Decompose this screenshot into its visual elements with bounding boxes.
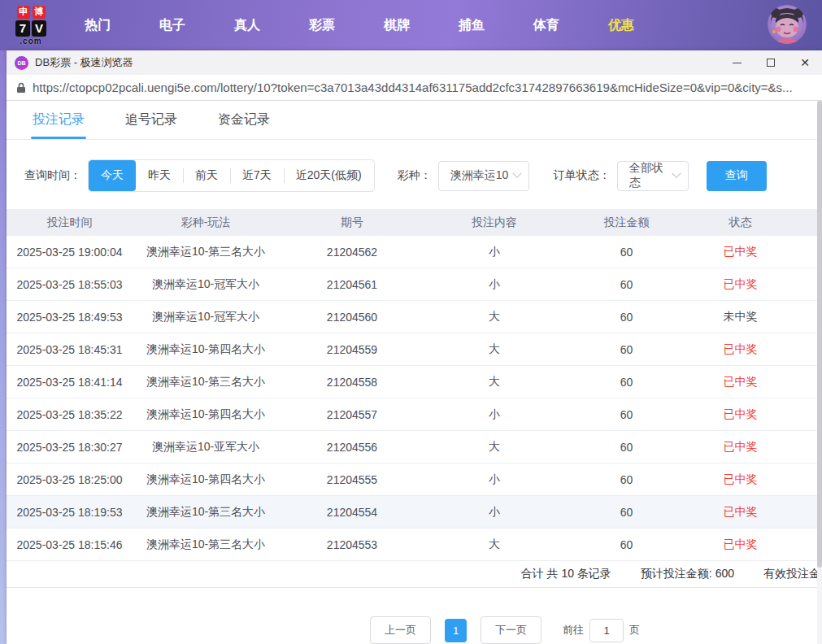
cell-bet-time: 2025-03-25 18:49:53 <box>7 311 133 324</box>
time-range-option[interactable]: 近7天 <box>230 160 284 191</box>
table-row[interactable]: 2025-03-25 18:30:27 澳洲幸运10-亚军大小 21204556… <box>7 431 822 463</box>
minimize-button[interactable] <box>720 50 754 75</box>
nav-item[interactable]: 真人 <box>221 11 273 41</box>
time-range-option[interactable]: 近20天(低频) <box>284 160 374 191</box>
cell-game: 澳洲幸运10-第四名大小 <box>133 342 279 357</box>
page-content: 投注记录追号记录资金记录 查询时间： 今天昨天前天近7天近20天(低频) 彩种：… <box>7 101 822 644</box>
cell-issue: 21204556 <box>279 441 425 454</box>
lottery-select[interactable]: 澳洲幸运10 <box>438 161 529 191</box>
table-row[interactable]: 2025-03-25 18:15:46 澳洲幸运10-第三名大小 2120455… <box>7 529 822 561</box>
cell-status: 已中奖 <box>689 472 791 487</box>
next-page-button[interactable]: 下一页 <box>481 616 541 644</box>
chevron-down-icon <box>672 169 681 178</box>
table-row[interactable]: 2025-03-25 18:41:14 澳洲幸运10-第三名大小 2120455… <box>7 366 822 398</box>
time-filter-label: 查询时间： <box>24 168 81 183</box>
site-nav: 申 博 7 V .com 热门电子真人彩票棋牌捕鱼体育优惠 <box>0 0 822 50</box>
scrollbar-thumb[interactable] <box>817 101 822 568</box>
prev-page-button[interactable]: 上一页 <box>370 616 431 644</box>
table-row[interactable]: 2025-03-25 18:45:31 澳洲幸运10-第四名大小 2120455… <box>7 333 822 366</box>
cell-bet-time: 2025-03-25 18:35:22 <box>7 408 133 421</box>
cell-bet-time: 2025-03-25 18:45:31 <box>7 343 133 356</box>
user-avatar[interactable] <box>768 5 807 44</box>
chevron-down-icon <box>512 169 521 178</box>
summary-total: 合计 共 10 条记录 <box>521 567 611 581</box>
filter-bar: 查询时间： 今天昨天前天近7天近20天(低频) 彩种： 澳洲幸运10 订单状态：… <box>24 159 822 192</box>
time-range-option[interactable]: 前天 <box>183 160 230 191</box>
table-row[interactable]: 2025-03-25 19:00:04 澳洲幸运10-第三名大小 2120456… <box>7 236 822 268</box>
summary-expected-amount: 预计投注金额: 600 <box>641 567 734 581</box>
table-summary: 合计 共 10 条记录 预计投注金额: 600 有效投注金额 <box>7 561 822 588</box>
cell-content: 大 <box>425 537 563 552</box>
tab-1[interactable]: 追号记录 <box>124 101 179 139</box>
cell-amount: 60 <box>563 311 689 324</box>
cell-content: 大 <box>425 440 563 455</box>
tab-0[interactable]: 投注记录 <box>31 101 86 139</box>
cell-game: 澳洲幸运10-冠军大小 <box>133 277 279 292</box>
scrollbar-track[interactable] <box>817 101 822 644</box>
logo-letters: 7 V <box>15 20 46 37</box>
cell-issue: 21204554 <box>279 506 425 519</box>
cell-amount: 60 <box>563 506 689 519</box>
nav-item[interactable]: 体育 <box>520 11 572 41</box>
site-logo[interactable]: 申 博 7 V .com <box>8 6 54 46</box>
cell-content: 大 <box>425 310 563 324</box>
tab-2[interactable]: 资金记录 <box>216 101 272 139</box>
cell-content: 小 <box>425 505 563 520</box>
nav-item[interactable]: 热门 <box>72 11 124 41</box>
cell-bet-time: 2025-03-25 18:55:03 <box>7 278 133 291</box>
nav-item[interactable]: 捕鱼 <box>446 11 498 41</box>
query-button[interactable]: 查询 <box>707 161 767 191</box>
browser-window: DB DB彩票 - 极速浏览器 ✕ https://ctopcp02pcali.… <box>7 50 822 644</box>
table-row[interactable]: 2025-03-25 18:49:53 澳洲幸运10-冠军大小 21204560… <box>7 301 822 333</box>
cell-issue: 21204559 <box>279 343 425 356</box>
table-row[interactable]: 2025-03-25 18:55:03 澳洲幸运10-冠军大小 21204561… <box>7 268 822 301</box>
minimize-icon <box>733 63 742 63</box>
close-button[interactable]: ✕ <box>788 50 822 75</box>
table-row[interactable]: 2025-03-25 18:25:00 澳洲幸运10-第四名大小 2120455… <box>7 463 822 496</box>
cell-bet-time: 2025-03-25 18:41:14 <box>7 376 133 389</box>
logo-letter-v: V <box>32 20 46 37</box>
cell-issue: 21204558 <box>279 376 425 389</box>
cell-status: 已中奖 <box>689 505 791 520</box>
maximize-button[interactable] <box>754 50 788 75</box>
goto-page-input[interactable] <box>589 619 624 642</box>
cell-bet-time: 2025-03-25 18:25:00 <box>7 473 133 486</box>
table-row[interactable]: 2025-03-25 18:35:22 澳洲幸运10-第四名大小 2120455… <box>7 398 822 431</box>
cell-content: 小 <box>425 277 563 292</box>
logo-badges: 申 博 <box>17 6 46 19</box>
cell-bet-time: 2025-03-25 18:15:46 <box>7 538 133 551</box>
nav-item[interactable]: 棋牌 <box>371 11 423 41</box>
record-tabs: 投注记录追号记录资金记录 <box>7 101 822 140</box>
order-status-select[interactable]: 全部状态 <box>617 161 689 191</box>
cell-status: 已中奖 <box>689 537 791 552</box>
cell-status: 已中奖 <box>689 375 791 389</box>
browser-urlbar: https://ctopcp02pcali.uengi5e.com/lotter… <box>7 75 822 101</box>
order-status-label: 订单状态： <box>554 168 611 183</box>
bet-records-table: 投注时间彩种-玩法期号投注内容投注金额状态 2025-03-25 19:00:0… <box>7 209 822 588</box>
cell-bet-time: 2025-03-25 19:00:04 <box>7 246 133 259</box>
order-status-value: 全部状态 <box>629 161 668 190</box>
cell-game: 澳洲幸运10-冠军大小 <box>133 310 279 324</box>
table-row[interactable]: 2025-03-25 18:19:53 澳洲幸运10-第三名大小 2120455… <box>7 496 822 529</box>
cell-game: 澳洲幸运10-第四名大小 <box>133 407 279 422</box>
nav-item[interactable]: 彩票 <box>296 11 348 41</box>
db-favicon-icon: DB <box>15 56 28 70</box>
table-body: 2025-03-25 19:00:04 澳洲幸运10-第三名大小 2120456… <box>7 236 822 561</box>
cell-issue: 21204555 <box>279 473 425 486</box>
url-field[interactable]: https://ctopcp02pcali.uengi5e.com/lotter… <box>33 80 793 94</box>
logo-badge-shen: 申 <box>17 6 30 19</box>
avatar-illustration <box>768 5 807 44</box>
current-page-button[interactable]: 1 <box>445 619 467 642</box>
cell-game: 澳洲幸运10-亚军大小 <box>133 440 279 455</box>
cell-game: 澳洲幸运10-第三名大小 <box>133 375 279 389</box>
lottery-select-value: 澳洲幸运10 <box>450 168 509 183</box>
column-header: 状态 <box>689 215 791 230</box>
cell-amount: 60 <box>563 246 689 259</box>
cell-content: 小 <box>425 245 563 259</box>
time-range-option[interactable]: 今天 <box>89 160 136 191</box>
lottery-filter-label: 彩种： <box>398 168 432 183</box>
nav-item[interactable]: 优惠 <box>595 11 647 41</box>
cell-issue: 21204553 <box>279 538 425 551</box>
time-range-option[interactable]: 昨天 <box>136 160 183 191</box>
nav-item[interactable]: 电子 <box>146 11 198 41</box>
